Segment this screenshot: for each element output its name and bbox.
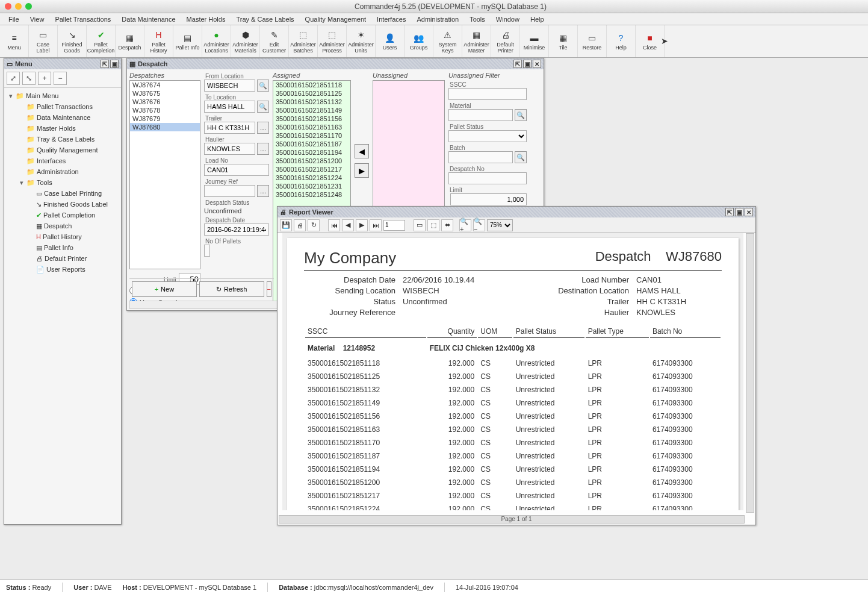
filter-sscc-input[interactable] bbox=[448, 88, 527, 100]
toolbar-pallet-info[interactable]: ▤Pallet Info bbox=[173, 25, 202, 57]
toolbar-administer-master[interactable]: ▦Administer Master bbox=[462, 25, 491, 57]
despatch-item[interactable]: WJ87680 bbox=[130, 123, 200, 131]
despatch-item[interactable]: WJ87679 bbox=[130, 114, 200, 123]
tree-despatch[interactable]: ▦Despatch bbox=[5, 220, 120, 231]
dock-icon[interactable]: ⇱ bbox=[101, 60, 109, 68]
assigned-item[interactable]: 350001615021851248 bbox=[273, 190, 350, 199]
filter-batch-input[interactable] bbox=[448, 151, 513, 163]
ellipsis-icon[interactable]: … bbox=[257, 122, 269, 134]
assigned-item[interactable]: 350001615021851200 bbox=[273, 157, 350, 165]
loadno-input[interactable] bbox=[204, 164, 269, 176]
assigned-item[interactable]: 350001615021851187 bbox=[273, 140, 350, 148]
toolbar-menu[interactable]: ≡Menu bbox=[0, 25, 29, 57]
to-location-input[interactable] bbox=[204, 101, 255, 113]
tree-minus-icon[interactable]: − bbox=[54, 72, 67, 85]
prev-page-icon[interactable]: ◀ bbox=[342, 219, 354, 231]
lookup-icon[interactable]: 🔍 bbox=[515, 109, 527, 121]
filter-limit-input[interactable] bbox=[450, 193, 527, 205]
despatch-date-input[interactable] bbox=[204, 224, 269, 236]
filter-material-input[interactable] bbox=[448, 109, 513, 121]
toolbar-administer-units[interactable]: ✶Administer Units bbox=[347, 25, 376, 57]
tree-pallet-history[interactable]: HPallet History bbox=[5, 231, 120, 242]
page-number-input[interactable] bbox=[383, 220, 405, 231]
filter-status-select[interactable] bbox=[448, 130, 527, 142]
menu-view[interactable]: View bbox=[25, 14, 49, 24]
toolbar-pallet-completion[interactable]: ✔Pallet Completion bbox=[87, 25, 116, 57]
assigned-item[interactable]: 350001615021851149 bbox=[273, 106, 350, 114]
tree-quality-management[interactable]: 📁Quality Management bbox=[5, 145, 120, 155]
expand-icon[interactable]: ⤢ bbox=[7, 72, 20, 85]
next-page-icon[interactable]: ▶ bbox=[356, 219, 368, 231]
menu-administration[interactable]: Administration bbox=[412, 14, 463, 24]
toolbar-close[interactable]: ■Close bbox=[636, 25, 665, 57]
report-page-area[interactable]: My Company Despatch WJ87680 Despatch Dat… bbox=[282, 233, 743, 510]
tree-finished-goods-label[interactable]: ↘Finished Goods Label bbox=[5, 199, 120, 210]
refresh-button[interactable]: ↻Refresh bbox=[199, 281, 264, 297]
assign-button[interactable]: ◀ bbox=[355, 144, 369, 158]
collapse-icon[interactable]: ⤡ bbox=[22, 72, 36, 85]
menu-master-holds[interactable]: Master Holds bbox=[182, 14, 231, 24]
tree-pallet-info[interactable]: ▤Pallet Info bbox=[5, 242, 120, 253]
ellipsis-icon[interactable]: … bbox=[257, 185, 269, 197]
assigned-item[interactable]: 350001615021851118 bbox=[273, 81, 350, 89]
tree-master-holds[interactable]: 📁Master Holds bbox=[5, 123, 120, 134]
assigned-item[interactable]: 350001615021851156 bbox=[273, 114, 350, 123]
maximize-icon[interactable]: ▣ bbox=[110, 60, 119, 68]
journeyref-input[interactable] bbox=[204, 185, 255, 197]
lookup-icon[interactable]: 🔍 bbox=[257, 101, 269, 113]
assigned-item[interactable]: 350001615021851217 bbox=[273, 165, 350, 174]
tree-pallet-completion[interactable]: ✔Pallet Completion bbox=[5, 210, 120, 220]
print-icon[interactable]: 🖨 bbox=[294, 219, 306, 231]
toolbar-minimise[interactable]: ▬Minimise bbox=[520, 25, 549, 57]
despatch-item[interactable]: WJ87678 bbox=[130, 106, 200, 114]
zoom-in-icon[interactable]: 🔍+ bbox=[459, 219, 471, 231]
menu-pallet-transactions[interactable]: Pallet Transactions bbox=[50, 14, 116, 24]
despatch-panel-title[interactable]: ▦ Despatch ⇱▣✕ bbox=[127, 58, 544, 69]
menu-panel-title[interactable]: ▭ Menu ⇱▣ bbox=[4, 58, 121, 69]
haulier-input[interactable] bbox=[204, 143, 255, 155]
fit-width-icon[interactable]: ⬌ bbox=[441, 219, 453, 231]
maximize-window-icon[interactable] bbox=[25, 3, 32, 10]
minimize-window-icon[interactable] bbox=[15, 3, 22, 10]
lookup-icon[interactable]: 🔍 bbox=[257, 80, 269, 92]
menu-file[interactable]: File bbox=[4, 14, 24, 24]
ellipsis-icon[interactable]: … bbox=[257, 143, 269, 155]
despatches-list[interactable]: WJ87674WJ87675WJ87676WJ87678WJ87679WJ876… bbox=[129, 80, 200, 269]
despatch-item[interactable]: WJ87676 bbox=[130, 98, 200, 106]
no-pallets-input[interactable] bbox=[204, 245, 210, 257]
toolbar-users[interactable]: 👤Users bbox=[376, 25, 405, 57]
menu-data-maintenance[interactable]: Data Maintenance bbox=[117, 14, 180, 24]
refresh-icon[interactable]: ↻ bbox=[308, 219, 320, 231]
delete-button[interactable]: − bbox=[267, 281, 271, 297]
menu-help[interactable]: Help bbox=[525, 14, 549, 24]
toolbar-administer-materials[interactable]: ⬢Administer Materials bbox=[231, 25, 260, 57]
vertical-scrollbar[interactable] bbox=[746, 233, 754, 513]
toolbar-administer-process[interactable]: ⬚Administer Process bbox=[318, 25, 347, 57]
assigned-item[interactable]: 350001615021851125 bbox=[273, 89, 350, 98]
assigned-item[interactable]: 350001615021851231 bbox=[273, 182, 350, 190]
assigned-item[interactable]: 350001615021851194 bbox=[273, 148, 350, 157]
lookup-icon[interactable]: 🔍 bbox=[515, 151, 527, 163]
tree-default-printer[interactable]: 🖨Default Printer bbox=[5, 253, 120, 264]
toolbar-despatch[interactable]: ▦Despatch bbox=[116, 25, 144, 57]
toolbar-restore[interactable]: ▭Restore bbox=[578, 25, 607, 57]
tree-administration[interactable]: 📁Administration bbox=[5, 166, 120, 177]
toolbar-administer-locations[interactable]: ●Administer Locations bbox=[202, 25, 231, 57]
zoom-out-icon[interactable]: 🔍− bbox=[473, 219, 485, 231]
close-window-icon[interactable] bbox=[5, 3, 11, 10]
assigned-item[interactable]: 350001615021851224 bbox=[273, 174, 350, 182]
trailer-input[interactable] bbox=[204, 122, 255, 134]
menu-tray-case-labels[interactable]: Tray & Case Labels bbox=[231, 14, 299, 24]
zoom-select[interactable]: 75% bbox=[487, 219, 513, 231]
assigned-item[interactable]: 350001615021851132 bbox=[273, 98, 350, 106]
toolbar-help[interactable]: ?Help bbox=[607, 25, 636, 57]
despatch-item[interactable]: WJ87675 bbox=[130, 89, 200, 98]
tree-main-menu[interactable]: ▾📁Main Menu bbox=[5, 90, 120, 101]
maximize-icon[interactable]: ▣ bbox=[735, 208, 743, 216]
unassign-button[interactable]: ▶ bbox=[355, 163, 369, 178]
from-location-input[interactable] bbox=[204, 80, 255, 92]
tree-tray-case-labels[interactable]: 📁Tray & Case Labels bbox=[5, 134, 120, 145]
toolbar-default-printer[interactable]: 🖨Default Printer bbox=[491, 25, 520, 57]
assigned-item[interactable]: 350001615021851170 bbox=[273, 131, 350, 140]
actual-size-icon[interactable]: ▭ bbox=[414, 219, 426, 231]
